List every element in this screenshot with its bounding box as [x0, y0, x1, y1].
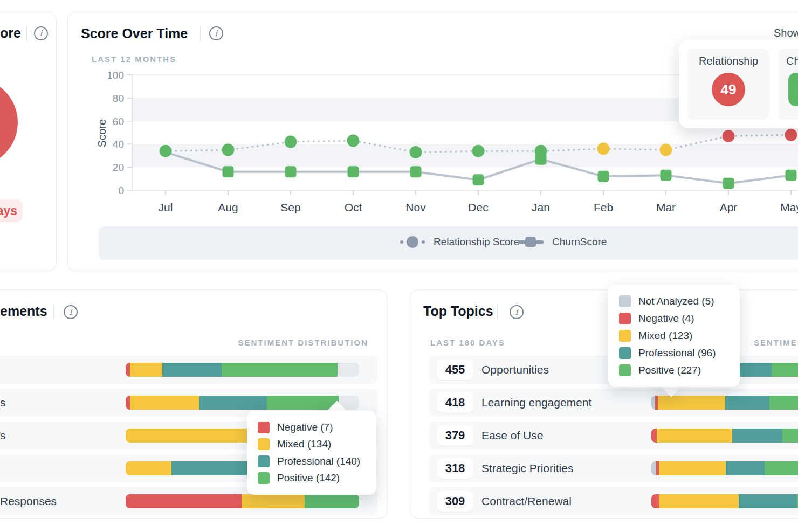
divider [26, 26, 27, 41]
tooltip-item-professional: Professional (96) [619, 347, 729, 359]
sentiment-distribution-header: SENTIMENT DISTRIBUTION [216, 338, 368, 347]
sentiment-distribution-bar[interactable] [126, 494, 359, 508]
bar-segment-not_analyzed [651, 396, 655, 410]
tooltip-churnscore-panel: ChurnScore 13 [778, 49, 798, 120]
bar-segment-professional [725, 396, 769, 410]
tooltip-item-label: Negative (4) [638, 313, 694, 324]
churnscore-badge: 13 [788, 73, 798, 106]
tooltip-item-positive: Positive (142) [258, 472, 366, 484]
negative-swatch-icon [619, 313, 631, 324]
tooltip-item-not_analyzed: Not Analyzed (5) [619, 295, 729, 307]
tooltip-item-mixed: Mixed (134) [258, 438, 366, 450]
chart-period-label: LAST 12 MONTHS [92, 54, 176, 64]
positive-swatch-icon [258, 472, 270, 484]
topics-period-label: LAST 180 DAYS [430, 338, 505, 347]
tooltip-item-label: Mixed (134) [277, 438, 331, 450]
bar-segment-mixed [657, 429, 732, 443]
engagements-card-title: ements [0, 303, 47, 319]
tooltip-item-label: Mixed (123) [638, 330, 692, 342]
sentiment-tooltip: Negative (7)Mixed (134)Professional (140… [247, 411, 376, 495]
topic-label: Strategic Priorities [481, 454, 573, 482]
topic-count-badge: 379 [437, 425, 473, 446]
divider [200, 26, 201, 41]
tooltip-item-negative: Negative (7) [258, 422, 366, 433]
bar-segment-positive [772, 363, 798, 377]
engagement-row-label: s [0, 389, 6, 417]
not_analyzed-swatch-icon [619, 295, 631, 307]
y-axis-title: Score [96, 114, 109, 152]
divider [53, 305, 54, 319]
days-badge-label: ays [0, 204, 17, 218]
bar-segment-mixed [659, 494, 739, 508]
bar-segment-positive [305, 494, 359, 508]
topic-label: Learning engagement [481, 389, 591, 417]
mixed-swatch-icon [619, 330, 631, 342]
bar-segment-positive [782, 429, 798, 443]
bar-segment-professional [726, 461, 765, 475]
sentiment-distribution-bar[interactable] [651, 494, 798, 508]
bar-segment-negative [651, 494, 659, 508]
bar-segment-remainder [338, 363, 359, 377]
sentiment-distribution-bar[interactable] [126, 363, 359, 377]
engagement-row-label: s [0, 422, 6, 450]
legend-item-churnscore[interactable]: ChurnScore [518, 236, 607, 248]
tooltip-panel-label: ChurnScore [786, 55, 798, 67]
legend-item-relationship-score[interactable]: Relationship Score [400, 236, 519, 248]
tooltip-item-professional: Professional (140) [258, 455, 366, 467]
positive-swatch-icon [619, 364, 631, 376]
bar-segment-mixed [658, 396, 725, 410]
top-topics-title: Top Topics [423, 303, 493, 319]
topic-label: Ease of Use [481, 422, 543, 450]
info-icon[interactable] [510, 305, 524, 319]
bar-segment-professional [739, 494, 797, 508]
engagement-row-label: Responses [0, 487, 57, 515]
score-over-time-title: Score Over Time [81, 26, 188, 42]
tooltip-item-mixed: Mixed (123) [619, 330, 729, 342]
topic-count-badge: 455 [437, 360, 473, 380]
mixed-swatch-icon [258, 438, 270, 450]
sentiment-distribution-bar[interactable] [651, 396, 798, 410]
tooltip-relationship-panel: Relationship 49 [687, 49, 769, 120]
tooltip-panel-label: Relationship [699, 55, 758, 67]
negative-swatch-icon [258, 422, 270, 433]
tooltip-item-label: Not Analyzed (5) [638, 295, 714, 307]
sentiment-tooltip: Not Analyzed (5)Negative (4)Mixed (123)P… [608, 285, 740, 387]
bar-segment-negative [126, 494, 242, 508]
tooltip-item-positive: Positive (227) [619, 364, 729, 376]
dotted-circle-marker-icon [400, 236, 425, 248]
sentiment-distribution-bar[interactable] [651, 429, 798, 443]
professional-swatch-icon [258, 455, 270, 467]
bar-segment-negative [126, 396, 130, 410]
tooltip-item-label: Professional (140) [277, 455, 360, 467]
bar-segment-mixed [659, 461, 726, 475]
tooltip-item-label: Positive (227) [638, 364, 701, 376]
days-badge: ays [0, 199, 23, 222]
legend-label: ChurnScore [552, 236, 607, 248]
bar-segment-negative [126, 363, 130, 377]
sentiment-distribution-bar[interactable] [651, 461, 798, 475]
bar-segment-positive [765, 461, 798, 475]
topic-count-badge: 318 [437, 458, 473, 479]
bar-segment-professional [162, 363, 222, 377]
relationship-score-badge: 49 [712, 73, 745, 106]
tooltip-item-label: Positive (142) [277, 472, 340, 484]
topic-count-badge: 418 [437, 392, 473, 413]
legend-label: Relationship Score [434, 236, 519, 248]
tooltip-item-label: Professional (96) [638, 347, 716, 359]
bar-segment-positive [222, 363, 338, 377]
bar-segment-professional [199, 396, 267, 410]
dashed-square-marker-icon [518, 237, 544, 247]
info-icon[interactable] [209, 26, 223, 40]
info-icon[interactable] [64, 305, 78, 319]
bar-segment-positive [769, 396, 798, 410]
sentiment-distribution-bar[interactable] [126, 396, 359, 410]
professional-swatch-icon [619, 347, 631, 359]
topic-label: Contract/Renewal [481, 487, 572, 515]
bar-segment-not_analyzed [651, 461, 656, 475]
sentiment-distribution-header: SENTIMENT DISTRIBUTION [754, 338, 798, 347]
show-toggle-label[interactable]: Show [774, 27, 798, 39]
tooltip-item-negative: Negative (4) [619, 313, 729, 324]
bar-segment-mixed [130, 396, 199, 410]
bar-segment-mixed [126, 461, 171, 475]
info-icon[interactable] [34, 26, 48, 40]
